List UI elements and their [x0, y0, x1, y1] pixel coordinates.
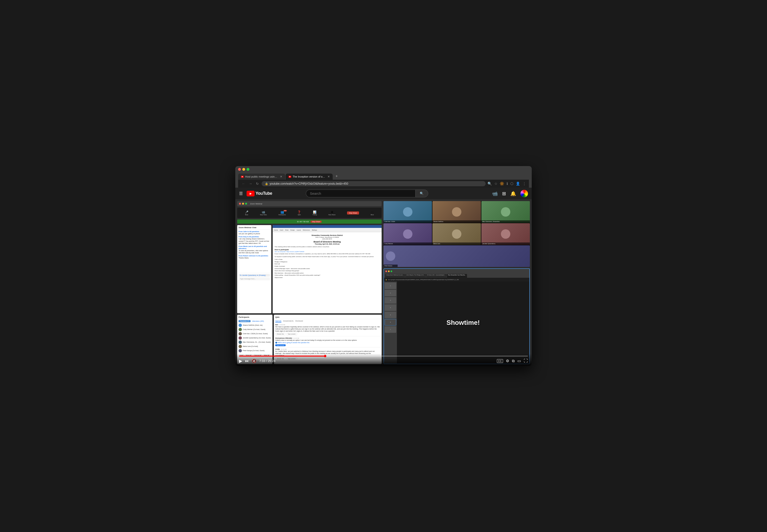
- word-menu-design[interactable]: Design: [290, 229, 295, 231]
- qa-linda-time: 10:10 AM: [281, 349, 286, 350]
- word-menu-home[interactable]: Home: [274, 229, 278, 231]
- back-button[interactable]: ←: [241, 181, 246, 186]
- agenda-items: Call to OrderPledge of AllegianceRoll Ca…: [274, 258, 380, 279]
- inner-tab-1[interactable]: Using Zoom Webinar for pub...: [385, 274, 405, 278]
- brightness-icon[interactable]: 🔆: [500, 182, 504, 186]
- chat-message-input[interactable]: Type message here...: [238, 277, 270, 280]
- address-bar[interactable]: 🔒 youtube.com/watch?v=CPtRjVOdzOI&featur…: [262, 181, 486, 186]
- participant-sloane: Sloane DellOrto (Host, me): [238, 323, 271, 327]
- qa-anon-actions: Type answer: [275, 344, 380, 346]
- youtube-logo[interactable]: ▶ YouTube: [246, 191, 272, 196]
- slide-thumb-1[interactable]: 1: [385, 282, 396, 289]
- zoom-qa-btn[interactable]: ❓ Q&A: [297, 210, 301, 215]
- video-bg-cody: [384, 223, 432, 245]
- video-label-cole: Cole Karr, CSDA: [384, 220, 432, 223]
- zoom-more-btn[interactable]: ⋯ More: [371, 210, 374, 215]
- minimize-button[interactable]: [242, 168, 245, 171]
- close-button[interactable]: [238, 168, 241, 171]
- miniplayer-button[interactable]: ⧉: [512, 359, 515, 363]
- extension-icon[interactable]: ⬡: [510, 182, 513, 186]
- captions-button[interactable]: CC: [497, 359, 503, 363]
- info-icon[interactable]: ℹ: [507, 182, 508, 186]
- notifications-bell-icon[interactable]: 🔔: [510, 191, 516, 196]
- attendees-tab[interactable]: Attendees (265): [251, 320, 265, 322]
- zoom-stop-share-btn[interactable]: Stop Share: [347, 211, 359, 214]
- zoom-polling-btn[interactable]: 📊 Polling: [313, 210, 317, 215]
- zoom-minimize-dot[interactable]: [242, 203, 244, 205]
- browser-tab-1[interactable]: ▶ Host public meetings using Zo... ✕: [238, 174, 285, 180]
- inner-close-dot[interactable]: [386, 270, 387, 272]
- play-button[interactable]: ▶: [239, 358, 242, 364]
- zoom-video-btn[interactable]: 📹 Stop Video: [260, 210, 267, 215]
- qa-open-tab[interactable]: Open(3): [275, 320, 281, 322]
- video-camera-icon[interactable]: 📹: [492, 191, 498, 196]
- inner-tab-4-active[interactable]: How Streamline Can Help Sp...: [447, 274, 467, 278]
- slide-thumb-5[interactable]: 5: [385, 312, 396, 318]
- apps-grid-icon[interactable]: ⊞: [502, 191, 506, 196]
- stop-share-bar-btn[interactable]: Stop Share: [310, 221, 321, 223]
- tab1-close-icon[interactable]: ✕: [280, 175, 282, 178]
- menu-icon[interactable]: ⋮: [523, 182, 526, 186]
- fullscreen-button[interactable]: ⛶: [524, 358, 528, 363]
- zoom-participants-btn[interactable]: 👥 272 Participants: [278, 210, 286, 215]
- slide-thumb-6-active[interactable]: 6: [385, 319, 396, 326]
- progress-bar[interactable]: [239, 356, 528, 357]
- qa-ben-actions: Answer live Type answer: [275, 333, 380, 335]
- chat-messages: From Julie to All panelists: can you use…: [238, 230, 270, 273]
- video-cell-maria: Maria Lara: [433, 223, 481, 245]
- mute-button[interactable]: 🔇: [252, 359, 256, 363]
- qa-answered-tab[interactable]: Answered(14): [283, 320, 293, 322]
- inner-maximize-dot[interactable]: [391, 270, 392, 272]
- word-menu-bar: Home Insert Draw Design Layout Reference…: [273, 228, 381, 232]
- word-menu-references[interactable]: References: [303, 229, 310, 231]
- panelists-tab[interactable]: Panelists (7): [238, 320, 250, 322]
- inner-minimize-dot[interactable]: [388, 270, 390, 272]
- slide-main-text: Showtime!: [447, 319, 480, 326]
- skip-next-button[interactable]: ⏭: [245, 359, 249, 363]
- participant-cody: Cody Weimer (Co-host, Guest): [238, 327, 271, 332]
- bookmark-icon[interactable]: ☆: [494, 182, 497, 186]
- word-menu-insert[interactable]: Insert: [280, 229, 283, 231]
- qa-answer-live-btn-1[interactable]: Answer live: [275, 333, 285, 335]
- user-avatar[interactable]: [521, 190, 528, 197]
- qa-type-answer-btn-2[interactable]: Type answer: [275, 344, 286, 346]
- tab2-close-icon[interactable]: ✕: [327, 175, 330, 178]
- qa-dismissed-tab[interactable]: Dismissed: [295, 320, 303, 322]
- inner-address-bar[interactable]: 🔒 docs.google.com/presentation/d/1qdlV7j…: [384, 278, 529, 282]
- video-label-jennifer: Jennifer Quisenberry: [481, 242, 530, 245]
- inner-browser: Using Zoom Webinar for pub... John Wayne…: [384, 269, 529, 364]
- profile-icon[interactable]: 👤: [516, 182, 520, 186]
- hamburger-menu-icon[interactable]: ☰: [239, 191, 243, 196]
- settings-button[interactable]: ⚙: [506, 359, 509, 363]
- word-menu-mailings[interactable]: Mailings: [312, 229, 317, 231]
- chat-to-field[interactable]: To: Jennifer Quisenberry ▼ (Privately): [238, 274, 270, 277]
- controls-right: CC ⚙ ⧉ ▭ ⛶: [497, 358, 528, 363]
- new-tab-button[interactable]: +: [333, 173, 340, 180]
- progress-dot: [324, 355, 326, 357]
- refresh-button[interactable]: ↻: [255, 181, 260, 186]
- browser-search-icon[interactable]: 🔍: [488, 182, 492, 186]
- slide-thumb-4[interactable]: 4: [385, 304, 396, 311]
- slide-thumb-2[interactable]: 2: [385, 290, 396, 296]
- word-menu-layout[interactable]: Layout: [297, 229, 301, 231]
- tab1-title: Host public meetings using Zo...: [245, 175, 278, 178]
- inner-tab-3[interactable]: M Inbox (33) - sloane@digital...: [426, 274, 447, 278]
- inner-tab-2[interactable]: John Wayne: The Pledge of Al...: [405, 274, 426, 278]
- qa-type-answer-btn-1[interactable]: Type answer: [286, 333, 297, 335]
- word-menu-draw[interactable]: Draw: [285, 229, 288, 231]
- slide-thumb-7[interactable]: 7: [385, 326, 396, 333]
- tabs-bar: ▶ Host public meetings using Zo... ✕ ▶ T…: [238, 173, 529, 180]
- zoom-share-btn[interactable]: 🖥 New Share: [328, 210, 335, 215]
- zoom-close-dot[interactable]: [239, 203, 241, 205]
- forward-button[interactable]: →: [248, 181, 253, 186]
- search-input[interactable]: [306, 190, 415, 197]
- maximize-button[interactable]: [246, 168, 249, 171]
- chat-message-4: From Robert Johnson to All panelists: Th…: [238, 255, 270, 259]
- theater-mode-button[interactable]: ▭: [517, 359, 521, 363]
- zoom-maximize-dot[interactable]: [245, 203, 247, 205]
- search-submit-button[interactable]: 🔍: [415, 190, 428, 197]
- zoom-mute-btn[interactable]: 🎤 Mute: [245, 210, 248, 215]
- inner-tabs: Using Zoom Webinar for pub... John Wayne…: [384, 274, 529, 278]
- browser-tab-2[interactable]: ▶ The Inception version of our m... ✕: [286, 174, 333, 180]
- slide-thumb-3[interactable]: 3: [385, 297, 396, 304]
